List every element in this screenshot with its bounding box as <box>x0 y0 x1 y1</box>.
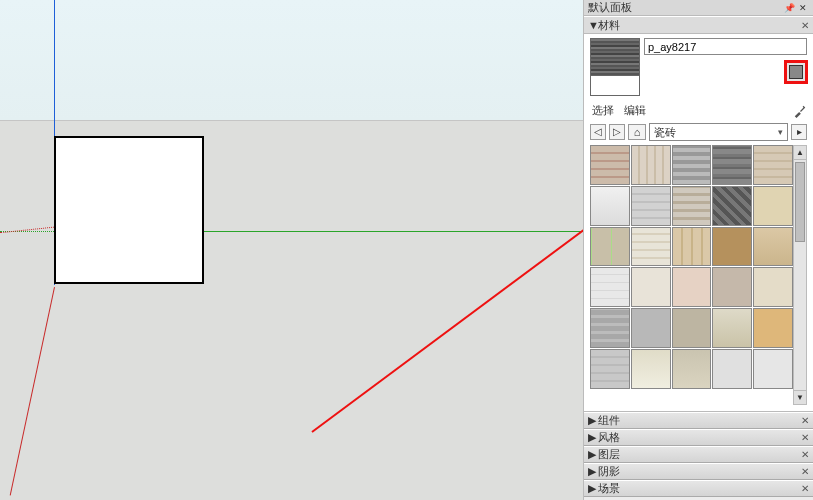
tab-select[interactable]: 选择 <box>590 102 616 119</box>
material-thumb[interactable] <box>631 145 671 185</box>
material-thumb[interactable] <box>753 349 793 389</box>
material-tabs: 选择 编辑 <box>590 102 807 119</box>
tab-edit[interactable]: 编辑 <box>622 102 648 119</box>
collapse-arrow-icon: ▶ <box>588 465 598 478</box>
material-thumb[interactable] <box>672 186 712 226</box>
material-thumb[interactable] <box>631 227 671 267</box>
materials-section-header[interactable]: ▼ 材料 ✕ <box>584 16 813 34</box>
material-thumb[interactable] <box>753 267 793 307</box>
styles-section-header[interactable]: ▶ 风格 ✕ <box>584 429 813 446</box>
material-thumb[interactable] <box>590 186 630 226</box>
material-thumb[interactable] <box>712 145 752 185</box>
material-name-input[interactable] <box>644 38 807 55</box>
components-section-header[interactable]: ▶ 组件 ✕ <box>584 412 813 429</box>
styles-label: 风格 <box>598 430 801 445</box>
material-thumb[interactable] <box>672 145 712 185</box>
rectangle-face[interactable] <box>54 136 204 284</box>
pin-icon[interactable]: 📌 <box>783 2 795 14</box>
components-label: 组件 <box>598 413 801 428</box>
material-thumb[interactable] <box>672 267 712 307</box>
layers-label: 图层 <box>598 447 801 462</box>
material-thumb[interactable] <box>590 227 630 267</box>
axis-x-red <box>10 287 55 496</box>
scroll-down-button[interactable]: ▼ <box>794 390 806 404</box>
swatch-back-icon <box>591 75 639 95</box>
material-thumb[interactable] <box>590 349 630 389</box>
eyedropper-icon[interactable] <box>793 104 807 118</box>
material-nav-row: ◁ ▷ ⌂ 瓷砖 ▸ <box>590 123 807 141</box>
nav-forward-button[interactable]: ▷ <box>609 124 625 140</box>
horizon-line <box>0 120 583 121</box>
material-thumb[interactable] <box>672 349 712 389</box>
tray-close-icon[interactable]: ✕ <box>797 2 809 14</box>
current-material-swatch[interactable] <box>590 38 640 96</box>
scenes-label: 场景 <box>598 481 801 496</box>
swatch-front-icon <box>591 39 639 75</box>
viewport-3d[interactable] <box>0 0 583 500</box>
section-close-icon[interactable]: ✕ <box>801 415 809 426</box>
current-material-row <box>590 38 807 96</box>
material-thumb[interactable] <box>712 267 752 307</box>
nav-home-button[interactable]: ⌂ <box>628 124 646 140</box>
scroll-track[interactable] <box>794 160 806 390</box>
category-select-value: 瓷砖 <box>654 125 676 140</box>
library-menu-button[interactable]: ▸ <box>791 124 807 140</box>
default-tray-panel: 默认面板 📌 ✕ ▼ 材料 ✕ 选择 编辑 ◁ ▷ <box>583 0 813 500</box>
material-thumb[interactable] <box>712 308 752 348</box>
material-thumb[interactable] <box>753 145 793 185</box>
scroll-handle[interactable] <box>795 162 805 242</box>
material-thumb[interactable] <box>631 349 671 389</box>
material-thumb[interactable] <box>712 227 752 267</box>
material-thumbnail-grid <box>590 145 793 405</box>
material-thumb[interactable] <box>590 145 630 185</box>
material-thumb[interactable] <box>631 308 671 348</box>
material-thumb[interactable] <box>672 308 712 348</box>
material-thumb[interactable] <box>590 267 630 307</box>
scroll-up-button[interactable]: ▲ <box>794 146 806 160</box>
material-thumb[interactable] <box>672 227 712 267</box>
materials-panel-body: 选择 编辑 ◁ ▷ ⌂ 瓷砖 ▸ <box>584 34 813 412</box>
collapse-arrow-icon: ▶ <box>588 448 598 461</box>
thumbnail-scrollbar[interactable]: ▲ ▼ <box>793 145 807 405</box>
section-close-icon[interactable]: ✕ <box>801 432 809 443</box>
nav-back-button[interactable]: ◁ <box>590 124 606 140</box>
layers-section-header[interactable]: ▶ 图层 ✕ <box>584 446 813 463</box>
scenes-section-header[interactable]: ▶ 场景 ✕ <box>584 480 813 497</box>
material-thumb[interactable] <box>631 186 671 226</box>
create-material-icon <box>789 65 803 79</box>
material-thumb[interactable] <box>753 227 793 267</box>
shadows-label: 阴影 <box>598 464 801 479</box>
materials-label: 材料 <box>598 18 801 33</box>
category-select[interactable]: 瓷砖 <box>649 123 788 141</box>
expand-arrow-icon: ▼ <box>588 19 598 31</box>
axis-x-red-dashed <box>0 226 60 233</box>
sky-background <box>0 0 583 120</box>
create-material-button[interactable] <box>784 60 808 84</box>
collapse-arrow-icon: ▶ <box>588 431 598 444</box>
collapse-arrow-icon: ▶ <box>588 414 598 427</box>
materials-close-icon[interactable]: ✕ <box>801 20 809 31</box>
collapse-arrow-icon: ▶ <box>588 482 598 495</box>
material-thumb[interactable] <box>753 308 793 348</box>
tray-title-bar[interactable]: 默认面板 📌 ✕ <box>584 0 813 16</box>
shadows-section-header[interactable]: ▶ 阴影 ✕ <box>584 463 813 480</box>
material-thumb[interactable] <box>631 267 671 307</box>
section-close-icon[interactable]: ✕ <box>801 449 809 460</box>
material-thumb[interactable] <box>712 186 752 226</box>
thumbnails-container: ▲ ▼ <box>590 145 807 405</box>
material-thumb[interactable] <box>590 308 630 348</box>
section-close-icon[interactable]: ✕ <box>801 483 809 494</box>
material-thumb[interactable] <box>712 349 752 389</box>
material-thumb[interactable] <box>753 186 793 226</box>
section-close-icon[interactable]: ✕ <box>801 466 809 477</box>
tray-title: 默认面板 <box>588 0 781 15</box>
